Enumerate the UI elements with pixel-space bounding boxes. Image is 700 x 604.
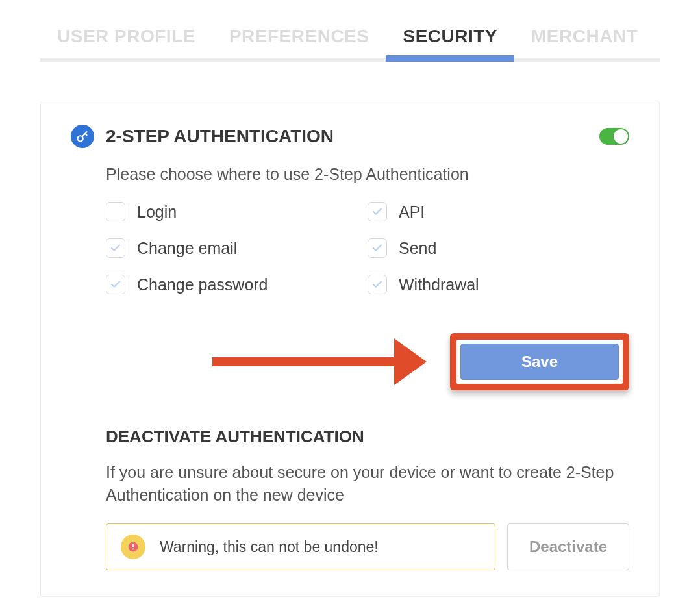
tab-preferences[interactable]: PREFERENCES: [212, 26, 386, 58]
security-card: 2-STEP AUTHENTICATION Please choose wher…: [40, 101, 660, 597]
callout-highlight: Save: [450, 333, 629, 390]
deactivate-button[interactable]: Deactivate: [507, 523, 629, 570]
option-change-email: Change email: [106, 238, 368, 258]
deactivate-title: DEACTIVATE AUTHENTICATION: [106, 427, 629, 447]
svg-rect-4: [132, 544, 134, 547]
toggle-knob: [614, 129, 628, 144]
option-label: Change email: [137, 239, 237, 258]
key-icon: [71, 125, 94, 148]
option-label: Withdrawal: [399, 275, 479, 294]
checkbox-change-email[interactable]: [106, 238, 125, 258]
option-withdrawal: Withdrawal: [368, 275, 629, 294]
option-api: API: [368, 202, 629, 221]
two-step-options: Login API Change email: [106, 202, 629, 294]
checkbox-api[interactable]: [368, 202, 387, 221]
warning-icon: [121, 535, 145, 559]
tab-merchant[interactable]: MERCHANT: [514, 26, 655, 58]
warning-box: Warning, this can not be undone!: [106, 523, 495, 570]
two-step-description: Please choose where to use 2-Step Authen…: [106, 165, 629, 184]
two-step-toggle[interactable]: [599, 128, 629, 145]
tab-bar: USER PROFILE PREFERENCES SECURITY MERCHA…: [40, 26, 660, 62]
checkbox-login[interactable]: [106, 202, 125, 221]
option-label: Change password: [137, 275, 268, 294]
two-step-header: 2-STEP AUTHENTICATION: [71, 125, 629, 148]
svg-line-2: [85, 134, 87, 136]
checkbox-withdrawal[interactable]: [368, 275, 387, 294]
option-label: API: [399, 203, 425, 221]
option-label: Login: [137, 203, 177, 221]
warning-text: Warning, this can not be undone!: [160, 538, 379, 556]
callout-arrow: [212, 338, 427, 385]
checkbox-change-password[interactable]: [106, 275, 125, 294]
tab-security[interactable]: SECURITY: [386, 26, 514, 58]
option-login: Login: [106, 202, 368, 221]
svg-rect-5: [132, 549, 134, 550]
option-send: Send: [368, 238, 629, 258]
tab-user-profile[interactable]: USER PROFILE: [40, 26, 212, 58]
checkbox-send[interactable]: [368, 238, 387, 258]
option-change-password: Change password: [106, 275, 368, 294]
option-label: Send: [399, 239, 436, 258]
save-button[interactable]: Save: [460, 344, 619, 380]
two-step-title: 2-STEP AUTHENTICATION: [106, 126, 599, 147]
deactivate-description: If you are unsure about secure on your d…: [106, 461, 629, 507]
